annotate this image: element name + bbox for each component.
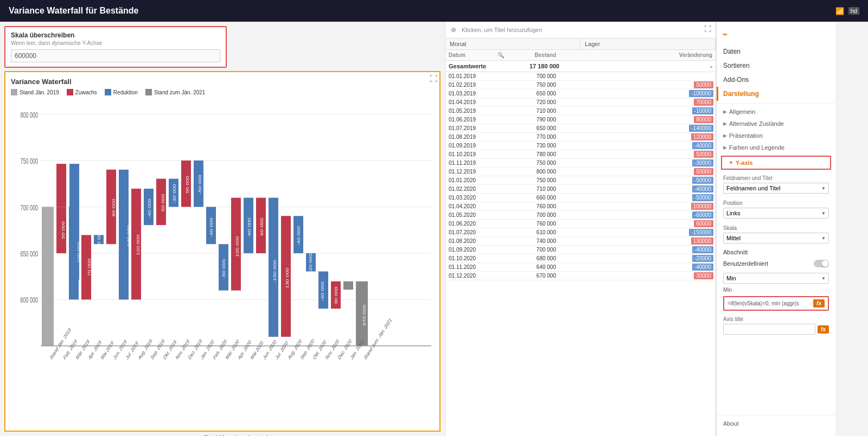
td-datum: 01.10.2020: [445, 254, 494, 262]
axis-title-fx-button[interactable]: fx: [818, 325, 829, 334]
table-header-row: Datum 🔍 Bestand Veränderung: [445, 50, 716, 61]
section-praesentation[interactable]: ▶ Präsentation: [717, 130, 835, 142]
benutzerdefiniert-label: Benutzerdefiniert: [723, 260, 768, 267]
center-expand-button[interactable]: ⛶: [704, 25, 711, 33]
min-select[interactable]: Min Max: [723, 273, 829, 284]
table-row: 01.02.2019750 00050000: [445, 81, 716, 89]
caret-alternative: ▶: [723, 121, 727, 126]
svg-text:-10 000: -10 000: [97, 230, 101, 249]
td-datum: 01.07.2019: [445, 124, 494, 132]
skala-label: Skala: [723, 225, 829, 231]
td-datum: 01.11.2020: [445, 263, 494, 271]
td-search: [494, 266, 510, 268]
td-search: [494, 197, 510, 199]
td-veraenderung: 50000: [559, 81, 716, 89]
nav-divider: [717, 103, 835, 104]
svg-text:700 000: 700 000: [20, 203, 38, 211]
nav-item-darstellung[interactable]: Darstellung: [717, 87, 835, 101]
axis-title-input[interactable]: [723, 324, 815, 335]
filter-lager[interactable]: Lager: [580, 39, 716, 49]
negative-bar: -60000: [692, 211, 713, 219]
td-bestand: 720 000: [510, 98, 559, 106]
scale-input[interactable]: [11, 49, 220, 62]
table-row: 01.01.2020750 000-50000: [445, 176, 716, 185]
table-row: 01.06.2019790 00080000: [445, 116, 716, 124]
table-scroll-area[interactable]: 01.01.2019700 00001.02.2019750 000500000…: [445, 72, 716, 436]
position-select[interactable]: Links Rechts: [723, 208, 829, 219]
chart-legend: Stand Jän. 2019 Zuwachs Reduktion Stand …: [11, 89, 434, 95]
chart-expand-button[interactable]: ⛶: [430, 74, 437, 83]
benutzerdefiniert-row: Benutzerdefiniert: [717, 258, 835, 270]
section-farben[interactable]: ▶ Farben und Legende: [717, 142, 835, 153]
total-label: Gesamtwerte: [449, 63, 514, 69]
caret-praesentation: ▶: [723, 133, 727, 138]
table-row: 01.02.2020710 000-40000: [445, 185, 716, 194]
y-axis-section-header[interactable]: ▼ Y-axis: [722, 157, 830, 169]
td-veraenderung: [559, 75, 716, 78]
min-formula-fx-button[interactable]: fx: [813, 299, 825, 307]
negative-bar: -50000: [692, 177, 713, 184]
section-allgemein[interactable]: ▶ Allgemein: [717, 106, 835, 118]
positive-bar: 50000: [694, 168, 713, 175]
table-title-area[interactable]: ⊕ Klicken, um Titel hinzuzufügen ⛶: [445, 22, 716, 39]
td-veraenderung: -40000: [559, 185, 716, 193]
skala-select[interactable]: Mittel Klein Groß: [723, 233, 829, 243]
td-veraenderung: 100000: [559, 202, 716, 210]
td-bestand: 650 000: [510, 124, 559, 132]
legend-color-stand2021: [145, 89, 152, 95]
td-bestand: 650 000: [510, 89, 559, 98]
td-datum: 01.12.2020: [445, 272, 494, 280]
positive-bar: 50000: [694, 81, 713, 88]
td-datum: 01.05.2020: [445, 211, 494, 219]
feldnamen-select[interactable]: Feldnamen und Titel: [723, 183, 829, 194]
td-veraenderung: 80000: [559, 116, 716, 124]
td-datum: 01.09.2019: [445, 142, 494, 150]
td-veraenderung: 30000: [559, 272, 716, 280]
axis-title-label: Axis title: [723, 316, 829, 322]
about-section: About: [717, 415, 835, 432]
table-row: 01.10.2019780 00050000: [445, 150, 716, 159]
nav-item-sortieren[interactable]: Sortieren: [717, 59, 835, 73]
table-row: 01.04.2019720 00070000: [445, 98, 716, 107]
scale-box-title: Skala überschreiben: [11, 31, 220, 39]
negative-bar: -40000: [692, 142, 713, 149]
filter-monat[interactable]: Monat: [445, 39, 580, 49]
search-icon[interactable]: 🔍: [497, 52, 504, 58]
svg-text:-40 000: -40 000: [148, 198, 152, 218]
td-bestand: 680 000: [510, 254, 559, 262]
td-bestand: 750 000: [510, 176, 559, 184]
td-bestand: 670 000: [510, 272, 559, 280]
table-row: 01.08.2019770 000120000: [445, 133, 716, 142]
svg-text:50 000: 50 000: [161, 194, 165, 212]
td-bestand: 750 000: [510, 159, 559, 167]
nav-item-daten[interactable]: Daten: [717, 44, 835, 59]
td-veraenderung: 130000: [559, 237, 716, 245]
min-formula-box: =if(len(vSkala)=0, min (aggr(s fx: [723, 296, 829, 311]
table-title-hint[interactable]: Klicken, um Titel hinzuzufügen: [462, 27, 542, 33]
td-search: [494, 232, 510, 234]
legend-label-stand2019: Stand Jän. 2019: [20, 89, 59, 95]
filter-row: Monat Lager: [445, 39, 716, 50]
section-alternative[interactable]: ▶ Alternative Zustände: [717, 118, 835, 130]
legend-label-stand2021: Stand zum Jän. 2021: [154, 89, 206, 95]
svg-text:60 000: 60 000: [260, 218, 264, 236]
legend-item-stand2021: Stand zum Jän. 2021: [145, 89, 206, 95]
feldnamen-label: Feldnamen und Titel: [723, 175, 829, 181]
svg-text:80 000: 80 000: [112, 199, 116, 217]
table-row: 01.08.2020740 000130000: [445, 237, 716, 246]
td-bestand: 610 000: [510, 228, 559, 236]
td-datum: 01.07.2020: [445, 228, 494, 236]
positive-bar: 50000: [694, 151, 713, 158]
td-search: [494, 171, 510, 173]
nav-item-addons[interactable]: Add-Ons: [717, 73, 835, 87]
table-row: 01.04.2020760 000100000: [445, 202, 716, 211]
toggle-knob: [822, 260, 828, 267]
benutzerdefiniert-toggle[interactable]: [814, 260, 829, 267]
svg-text:700 000: 700 000: [55, 294, 60, 315]
caret-y-axis: ▼: [729, 160, 733, 165]
about-text[interactable]: About: [723, 420, 739, 427]
td-veraenderung: -40000: [559, 142, 716, 150]
main-content: Skala überschreiben Wenn leer, dann dyna…: [0, 22, 868, 436]
table-row: 01.07.2019650 000-140000: [445, 124, 716, 133]
td-bestand: 640 000: [510, 263, 559, 271]
